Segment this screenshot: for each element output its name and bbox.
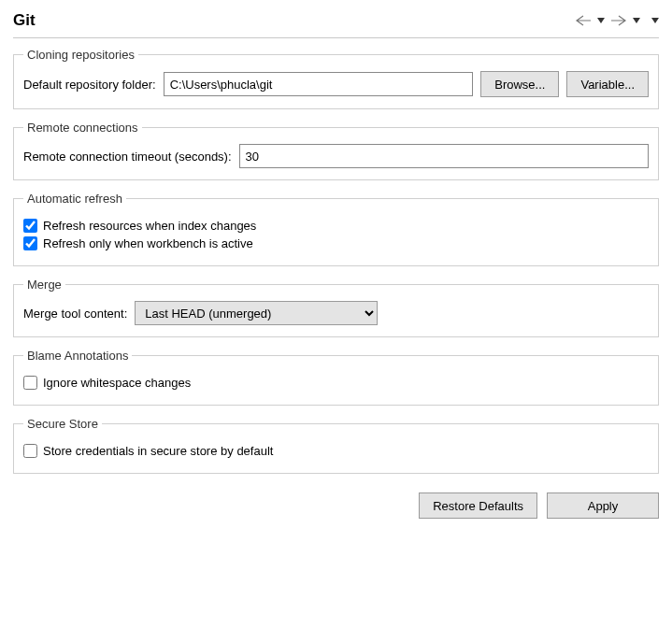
refresh-resources-label: Refresh resources when index changes xyxy=(43,219,256,233)
page-title: Git xyxy=(13,11,36,30)
secure-group: Secure Store Store credentials in secure… xyxy=(13,417,659,474)
page-header: Git xyxy=(13,11,659,38)
view-menu-icon[interactable] xyxy=(651,18,659,23)
forward-icon[interactable] xyxy=(610,14,627,27)
footer: Restore Defaults Apply xyxy=(0,485,672,532)
nav-icons xyxy=(575,14,659,27)
forward-menu-icon[interactable] xyxy=(633,18,640,23)
blame-legend: Blame Annotations xyxy=(23,349,132,363)
refresh-resources-checkbox[interactable] xyxy=(23,219,37,233)
merge-tool-label: Merge tool content: xyxy=(23,307,127,321)
browse-button[interactable]: Browse... xyxy=(480,71,559,97)
store-credentials-label: Store credentials in secure store by def… xyxy=(43,444,273,458)
variable-button[interactable]: Variable... xyxy=(566,71,649,97)
timeout-input[interactable] xyxy=(239,144,649,168)
ignore-whitespace-label: Ignore whitespace changes xyxy=(43,376,191,390)
cloning-legend: Cloning repositories xyxy=(23,48,138,62)
store-credentials-checkbox[interactable] xyxy=(23,444,37,458)
remote-legend: Remote connections xyxy=(23,121,142,135)
back-menu-icon[interactable] xyxy=(597,18,605,23)
timeout-label: Remote connection timeout (seconds): xyxy=(23,150,232,164)
refresh-workbench-label: Refresh only when workbench is active xyxy=(43,236,253,250)
refresh-group: Automatic refresh Refresh resources when… xyxy=(13,192,659,266)
restore-defaults-button[interactable]: Restore Defaults xyxy=(419,492,537,519)
default-repo-label: Default repository folder: xyxy=(23,78,156,92)
merge-tool-select[interactable]: Last HEAD (unmerged) xyxy=(135,301,378,325)
merge-legend: Merge xyxy=(23,278,65,292)
remote-group: Remote connections Remote connection tim… xyxy=(13,121,659,180)
back-icon[interactable] xyxy=(575,14,592,27)
refresh-legend: Automatic refresh xyxy=(23,192,126,206)
apply-button[interactable]: Apply xyxy=(547,492,659,519)
default-repo-input[interactable] xyxy=(164,72,474,96)
ignore-whitespace-checkbox[interactable] xyxy=(23,376,37,390)
refresh-workbench-checkbox[interactable] xyxy=(23,236,37,250)
blame-group: Blame Annotations Ignore whitespace chan… xyxy=(13,349,659,406)
cloning-group: Cloning repositories Default repository … xyxy=(13,48,659,109)
secure-legend: Secure Store xyxy=(23,417,102,431)
merge-group: Merge Merge tool content: Last HEAD (unm… xyxy=(13,278,659,337)
